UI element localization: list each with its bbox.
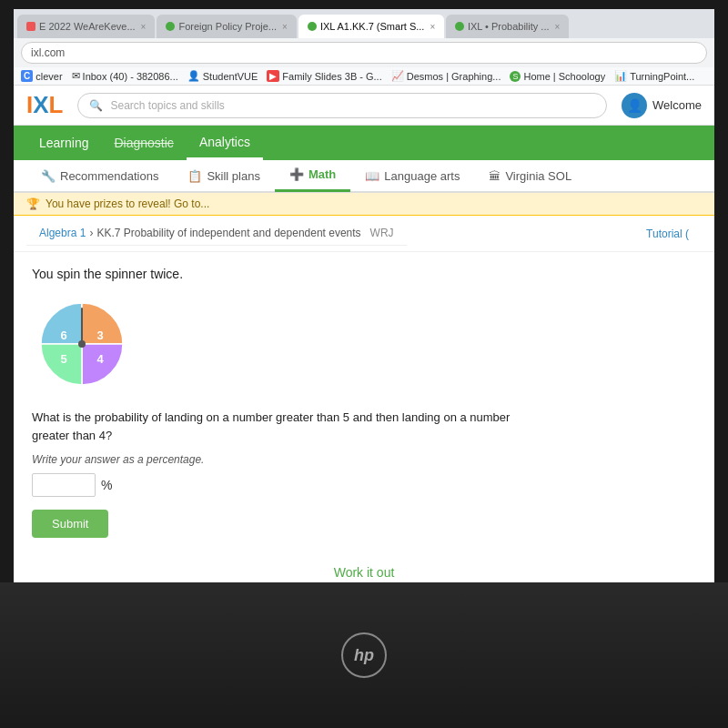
breadcrumb-row: Algebra 1 › KK.7 Probability of independ… bbox=[14, 216, 714, 252]
ixl-topbar: IXL 🔍 Search topics and skills 👤 Welcome bbox=[14, 86, 714, 126]
recommendations-icon: 🔧 bbox=[41, 169, 56, 183]
spinner-diagram: 6 3 4 5 bbox=[32, 294, 132, 394]
breadcrumb-algebra1-link[interactable]: Algebra 1 bbox=[39, 227, 86, 239]
bookmarks-bar: C clever ✉ Inbox (40) - 382086... 👤 Stud… bbox=[14, 67, 714, 86]
bookmark-inbox[interactable]: ✉ Inbox (40) - 382086... bbox=[72, 70, 178, 82]
tab-foreign-policy[interactable]: Foreign Policy Proje... × bbox=[157, 15, 296, 38]
tab-ixl-prob[interactable]: IXL • Probability ... × bbox=[446, 15, 570, 38]
tab-ixl-kk7[interactable]: IXL A1.KK.7 (Smart S... × bbox=[298, 15, 444, 38]
address-bar-area: ixl.com bbox=[14, 38, 714, 67]
subnav-recommendations[interactable]: 🔧 Recommendations bbox=[26, 159, 173, 192]
spinner-svg: 6 3 4 5 bbox=[32, 294, 132, 394]
submit-button[interactable]: Submit bbox=[32, 510, 108, 538]
skill-plans-icon: 📋 bbox=[187, 169, 202, 183]
tab-e2022[interactable]: E 2022 WeAreKeve... × bbox=[17, 15, 155, 38]
bookmark-turningpoint[interactable]: 📊 TurningPoint... bbox=[614, 70, 694, 82]
bookmark-clever[interactable]: C clever bbox=[21, 70, 63, 82]
bookmark-desmos[interactable]: 📈 Desmos | Graphing... bbox=[391, 70, 501, 82]
subnav-language-arts[interactable]: 📖 Language arts bbox=[350, 159, 474, 192]
svg-text:6: 6 bbox=[60, 329, 66, 342]
bookmark-schoology[interactable]: S Home | Schoology bbox=[510, 71, 605, 82]
laptop-frame: E 2022 WeAreKeve... × Foreign Policy Pro… bbox=[0, 0, 728, 728]
user-avatar-icon[interactable]: 👤 bbox=[622, 93, 647, 118]
nav-diagnostic[interactable]: Diagnostic bbox=[102, 126, 187, 160]
ixl-logo: IXL bbox=[26, 91, 63, 119]
tab-bar: E 2022 WeAreKeve... × Foreign Policy Pro… bbox=[14, 9, 714, 38]
laptop-bezel-bottom: hp bbox=[0, 582, 728, 728]
write-answer-label: Write your answer as a percentage. bbox=[32, 453, 696, 466]
address-input[interactable]: ixl.com bbox=[21, 42, 707, 64]
svg-text:4: 4 bbox=[96, 352, 104, 366]
ixl-main-nav: Learning Diagnostic Analytics bbox=[14, 126, 714, 160]
subnav-skill-plans[interactable]: 📋 Skill plans bbox=[173, 159, 275, 192]
tutorial-link[interactable]: Tutorial ( bbox=[633, 224, 702, 244]
work-it-out-link[interactable]: Work it out bbox=[32, 556, 696, 580]
svg-text:3: 3 bbox=[96, 329, 103, 342]
answer-input[interactable] bbox=[32, 473, 96, 497]
screen: E 2022 WeAreKeve... × Foreign Policy Pro… bbox=[14, 9, 714, 582]
ixl-site: IXL 🔍 Search topics and skills 👤 Welcome… bbox=[14, 86, 714, 582]
hp-logo: hp bbox=[341, 632, 387, 678]
math-icon: ➕ bbox=[289, 167, 304, 181]
trophy-icon: 🏆 bbox=[26, 197, 40, 210]
question-content: You spin the spinner twice. bbox=[14, 252, 714, 582]
ixl-search-bar[interactable]: 🔍 Search topics and skills bbox=[77, 93, 607, 118]
virginia-sol-icon: 🏛 bbox=[489, 169, 500, 183]
ixl-subnav: 🔧 Recommendations 📋 Skill plans ➕ Math 📖… bbox=[14, 160, 714, 193]
bookmark-family-slides[interactable]: ▶ Family Slides 3B - G... bbox=[267, 70, 381, 82]
breadcrumb: Algebra 1 › KK.7 Probability of independ… bbox=[26, 221, 407, 246]
breadcrumb-separator: › bbox=[89, 227, 93, 239]
nav-analytics[interactable]: Analytics bbox=[187, 126, 263, 160]
prizes-bar[interactable]: 🏆 You have prizes to reveal! Go to... bbox=[14, 193, 714, 216]
answer-row: % bbox=[32, 473, 696, 497]
subnav-virginia-sol[interactable]: 🏛 Virginia SOL bbox=[474, 159, 586, 192]
subnav-math[interactable]: ➕ Math bbox=[275, 159, 350, 192]
language-arts-icon: 📖 bbox=[365, 169, 379, 183]
question-text: You spin the spinner twice. bbox=[32, 267, 696, 281]
problem-text: What is the probability of landing on a … bbox=[32, 409, 532, 444]
svg-text:5: 5 bbox=[60, 352, 66, 366]
search-icon: 🔍 bbox=[89, 99, 103, 112]
ixl-welcome: 👤 Welcome bbox=[622, 93, 702, 118]
nav-learning[interactable]: Learning bbox=[26, 126, 102, 160]
bookmark-studentvue[interactable]: 👤 StudentVUE bbox=[187, 70, 258, 82]
percent-label: % bbox=[101, 478, 112, 492]
browser: E 2022 WeAreKeve... × Foreign Policy Pro… bbox=[14, 9, 714, 582]
